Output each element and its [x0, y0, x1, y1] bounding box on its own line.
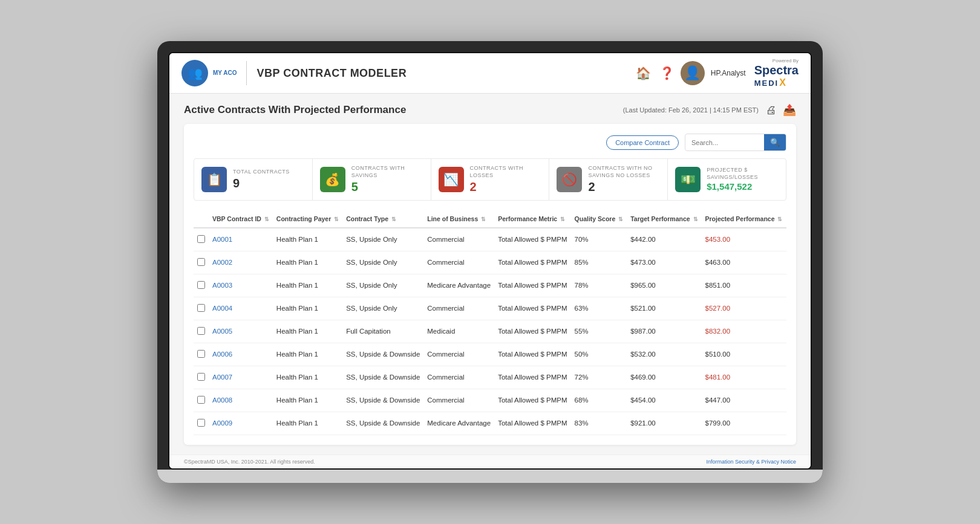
row-payer-2: Health Plan 1: [273, 274, 342, 297]
contracts-table: VBP Contract ID ⇅ Contracting Payer ⇅ Co…: [194, 210, 786, 435]
compare-contract-button[interactable]: Compare Contract: [606, 135, 679, 150]
row-lob-3: Commercial: [423, 297, 494, 320]
table-row: A0007 Health Plan 1 SS, Upside & Downsid…: [194, 366, 786, 389]
row-target-7: $454.00: [627, 389, 701, 412]
row-metric-1: Total Allowed $ PMPM: [494, 251, 570, 274]
row-lob-2: Medicare Advantage: [423, 274, 494, 297]
row-projected-performance-2: $851.00: [702, 274, 786, 297]
export-icon[interactable]: 📤: [783, 103, 796, 117]
row-contract-id-3[interactable]: A0004: [209, 297, 273, 320]
stat-losses-info: CONTRACTS WITH LOSSES 2: [470, 165, 542, 193]
spectra-medi: MEDI: [754, 79, 779, 88]
row-projected-performance-4: $832.00: [702, 320, 786, 343]
table-row: A0008 Health Plan 1 SS, Upside & Downsid…: [194, 389, 786, 412]
row-checkbox-6[interactable]: [194, 366, 209, 389]
help-icon[interactable]: ❓: [659, 66, 675, 80]
total-contracts-label: TOTAL CONTRACTS: [233, 169, 305, 176]
row-quality-5: 50%: [571, 343, 627, 366]
row-projected-performance-6: $481.00: [702, 366, 786, 389]
col-lob[interactable]: Line of Business ⇅: [423, 210, 494, 228]
col-projected[interactable]: Projected Performance ⇅: [702, 210, 786, 228]
table-row: A0003 Health Plan 1 SS, Upside Only Medi…: [194, 274, 786, 297]
projected-icon: 💵: [675, 167, 701, 192]
projected-label: PROJECTED $ SAVINGS/LOSSES: [707, 167, 779, 181]
col-metric[interactable]: Performance Metric ⇅: [494, 210, 570, 228]
row-contract-id-5[interactable]: A0006: [209, 343, 273, 366]
row-type-3: SS, Upside Only: [342, 297, 423, 320]
search-input[interactable]: [685, 136, 764, 149]
row-lob-4: Medicaid: [423, 320, 494, 343]
row-payer-3: Health Plan 1: [273, 297, 342, 320]
logo-block: 👥 MY ACO: [181, 60, 237, 86]
col-quality[interactable]: Quality Score ⇅: [571, 210, 627, 228]
row-checkbox-5[interactable]: [194, 343, 209, 366]
row-target-8: $921.00: [627, 412, 701, 435]
screen: 👥 MY ACO VBP CONTRACT MODELER 🏠 ❓ 👤 HP.A…: [168, 52, 812, 469]
row-checkbox-1[interactable]: [194, 251, 209, 274]
col-type[interactable]: Contract Type ⇅: [342, 210, 423, 228]
col-contract-id[interactable]: VBP Contract ID ⇅: [209, 210, 273, 228]
row-contract-id-7[interactable]: A0008: [209, 389, 273, 412]
search-box: 🔍: [685, 134, 786, 151]
row-target-4: $987.00: [627, 320, 701, 343]
row-type-2: SS, Upside Only: [342, 274, 423, 297]
row-checkbox-2[interactable]: [194, 274, 209, 297]
row-contract-id-8[interactable]: A0009: [209, 412, 273, 435]
avatar: 👤: [681, 61, 705, 85]
contracts-savings-label: CONTRACTS WITH SAVINGS: [351, 165, 423, 179]
row-type-0: SS, Upside Only: [342, 228, 423, 251]
row-lob-6: Commercial: [423, 366, 494, 389]
main-content: Active Contracts With Projected Performa…: [169, 94, 811, 454]
row-contract-id-0[interactable]: A0001: [209, 228, 273, 251]
row-checkbox-0[interactable]: [194, 228, 209, 251]
row-contract-id-4[interactable]: A0005: [209, 320, 273, 343]
row-checkbox-8[interactable]: [194, 412, 209, 435]
row-lob-8: Medicare Advantage: [423, 412, 494, 435]
row-variance-3: ($6.00): [786, 297, 786, 320]
row-checkbox-3[interactable]: [194, 297, 209, 320]
row-metric-7: Total Allowed $ PMPM: [494, 389, 570, 412]
no-savings-label: CONTRACTS WITH NO SAVINGS NO LOSSES: [588, 165, 660, 179]
row-variance-0: ($11.00): [786, 228, 786, 251]
main-card: Compare Contract 🔍 📋 TOTAL CONTRACTS 9: [184, 124, 796, 444]
stat-contracts-losses: 📉 CONTRACTS WITH LOSSES 2: [431, 159, 550, 199]
col-variance[interactable]: Variance ⇅: [786, 210, 786, 228]
contracts-losses-icon: 📉: [439, 167, 464, 192]
row-checkbox-7[interactable]: [194, 389, 209, 412]
row-projected-performance-1: $463.00: [702, 251, 786, 274]
row-metric-3: Total Allowed $ PMPM: [494, 297, 570, 320]
row-payer-6: Health Plan 1: [273, 366, 342, 389]
row-contract-id-6[interactable]: A0007: [209, 366, 273, 389]
row-payer-5: Health Plan 1: [273, 343, 342, 366]
table-row: A0001 Health Plan 1 SS, Upside Only Comm…: [194, 228, 786, 251]
row-variance-5: $22.00: [786, 343, 786, 366]
col-payer[interactable]: Contracting Payer ⇅: [273, 210, 342, 228]
no-savings-value: 2: [588, 180, 660, 194]
col-target[interactable]: Target Performance ⇅: [627, 210, 701, 228]
search-button[interactable]: 🔍: [764, 134, 786, 150]
row-quality-3: 63%: [571, 297, 627, 320]
row-contract-id-1[interactable]: A0002: [209, 251, 273, 274]
footer-privacy-link[interactable]: Information Security & Privacy Notice: [706, 459, 796, 465]
row-metric-5: Total Allowed $ PMPM: [494, 343, 570, 366]
row-projected-performance-3: $527.00: [702, 297, 786, 320]
row-quality-1: 85%: [571, 251, 627, 274]
row-target-5: $532.00: [627, 343, 701, 366]
row-target-2: $965.00: [627, 274, 701, 297]
row-type-7: SS, Upside & Downside: [342, 389, 423, 412]
home-icon[interactable]: 🏠: [636, 66, 651, 80]
row-checkbox-4[interactable]: [194, 320, 209, 343]
stat-total-contracts: 📋 TOTAL CONTRACTS 9: [194, 159, 313, 199]
row-variance-7: $7.00: [786, 389, 786, 412]
row-quality-0: 70%: [571, 228, 627, 251]
print-icon[interactable]: 🖨: [766, 104, 777, 117]
row-type-6: SS, Upside & Downside: [342, 366, 423, 389]
row-payer-0: Health Plan 1: [273, 228, 342, 251]
total-contracts-value: 9: [233, 176, 305, 190]
stat-contracts-savings: 💰 CONTRACTS WITH SAVINGS 5: [313, 159, 431, 199]
spectra-brand: Spectra: [754, 63, 799, 77]
projected-value: $1,547,522: [707, 181, 779, 192]
table-row: A0004 Health Plan 1 SS, Upside Only Comm…: [194, 297, 786, 320]
row-contract-id-2[interactable]: A0003: [209, 274, 273, 297]
row-lob-7: Commercial: [423, 389, 494, 412]
